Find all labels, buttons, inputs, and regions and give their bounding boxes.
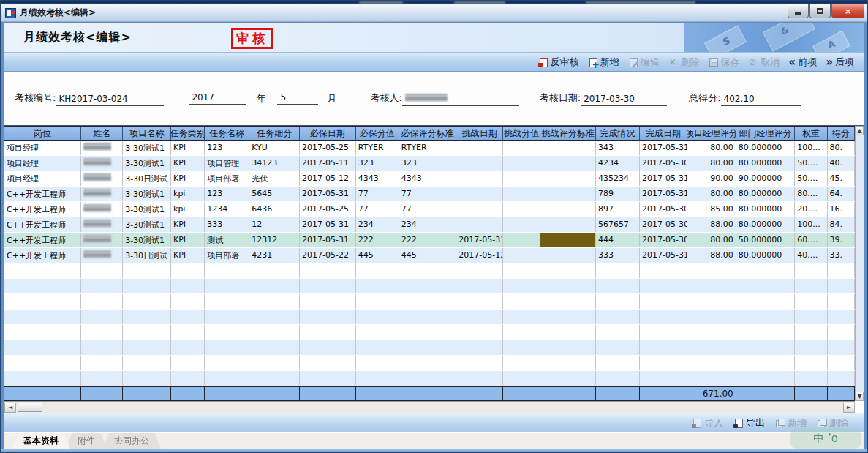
cell-部门经理评分[interactable]: 80.000000 [736, 248, 796, 263]
cell-姓名[interactable] [81, 156, 123, 171]
cell-必保评分标准[interactable]: 445 [399, 248, 457, 263]
assess-date-field[interactable]: 2017-03-30 [581, 94, 667, 106]
cell-任务细分[interactable]: 5645 [249, 187, 300, 201]
minimize-button[interactable] [788, 4, 809, 18]
cell-任务名称[interactable]: 项目管理 [205, 156, 249, 171]
scroll-right-button[interactable]: ► [843, 403, 855, 413]
cell-完成情况[interactable]: 333 [596, 248, 640, 263]
column-header-项目名称[interactable]: 项目名称 [123, 127, 171, 141]
cell-必保评分标准[interactable]: RTYER [399, 141, 457, 155]
cell-任务名称[interactable]: 项目部署 [205, 171, 249, 186]
cell-完成日期[interactable]: 2017-05-30 [640, 233, 687, 247]
cell-挑战分值[interactable] [503, 156, 540, 171]
cell-得分[interactable]: 45. [828, 171, 855, 186]
cell-必保评分标准[interactable]: 77 [399, 202, 457, 217]
导出-button[interactable]: 导出 [730, 415, 769, 431]
新增-button[interactable]: 新增 [771, 415, 810, 431]
cell-项目经理评分[interactable]: 85.00 [687, 202, 736, 217]
cell-权重[interactable]: 20.... [795, 202, 827, 217]
vertical-scrollbar[interactable]: ▲ ▼ [855, 126, 864, 401]
maximize-button[interactable] [809, 4, 831, 18]
cell-岗位[interactable]: 项目经理 [4, 171, 81, 186]
cell-岗位[interactable]: C++开发工程师 [4, 202, 81, 217]
cell-完成日期[interactable]: 2017-05-30 [640, 156, 687, 171]
cell-部门经理评分[interactable]: 80.000000 [736, 187, 796, 201]
cell-完成情况[interactable]: 567657 [596, 217, 640, 232]
column-header-部门经理评分[interactable]: 部门经理评分 [736, 127, 796, 141]
cell-姓名[interactable] [81, 202, 123, 217]
cell-部门经理评分[interactable]: 80.000000 [736, 141, 796, 155]
table-row[interactable]: 项目经理3-30测试1KPI123KYU2017-05-25RTYERRTYER… [4, 141, 855, 156]
cell-挑战分值[interactable] [503, 217, 540, 232]
cell-挑战日期[interactable]: 2017-05-31 [456, 233, 503, 247]
cell-完成情况[interactable]: 897 [596, 202, 640, 217]
cell-完成日期[interactable]: 2017-05-31 [640, 141, 687, 155]
column-header-必保分值[interactable]: 必保分值 [356, 127, 399, 141]
scroll-left-button[interactable]: ◄ [4, 403, 16, 413]
cell-权重[interactable]: 50.... [795, 156, 827, 171]
cell-挑战分值[interactable] [503, 171, 540, 186]
保存-button[interactable]: 保存 [705, 54, 744, 70]
cell-挑战分值[interactable] [503, 141, 540, 155]
cell-完成日期[interactable]: 2017-05-31 [640, 187, 687, 201]
cell-必保分值[interactable]: 323 [356, 156, 399, 171]
cell-任务类别[interactable]: KPI [171, 233, 205, 247]
column-header-完成情况[interactable]: 完成情况 [596, 127, 640, 141]
导入-button[interactable]: 导入 [688, 415, 727, 431]
cell-必保评分标准[interactable]: 222 [399, 233, 457, 247]
table-row[interactable]: C++开发工程师3-30测试1KPI333122017-05-312342345… [4, 217, 855, 233]
后项-button[interactable]: »后项 [822, 54, 858, 70]
cell-必保分值[interactable]: 77 [356, 202, 399, 217]
cell-挑战分值[interactable] [503, 202, 540, 217]
cell-部门经理评分[interactable]: 50.000000 [736, 233, 796, 247]
cell-项目经理评分[interactable]: 90.00 [687, 171, 736, 186]
cell-任务名称[interactable]: 项目部署 [205, 248, 249, 263]
cell-挑战日期[interactable]: 2017-05-12 [456, 248, 503, 263]
assessor-field[interactable] [402, 94, 519, 106]
cell-得分[interactable]: 33. [828, 248, 855, 263]
cell-任务名称[interactable]: 333 [205, 217, 249, 232]
cell-完成情况[interactable]: 435234 [596, 171, 640, 186]
scroll-up-button[interactable]: ▲ [856, 126, 864, 135]
column-header-任务名称[interactable]: 任务名称 [205, 127, 249, 141]
删除-button[interactable]: 删除 [665, 54, 703, 70]
cell-挑战日期[interactable] [456, 217, 503, 232]
column-header-权重[interactable]: 权重 [795, 127, 827, 141]
cell-必保分值[interactable]: 222 [356, 233, 399, 247]
column-header-姓名[interactable]: 姓名 [81, 127, 123, 141]
cell-项目经理评分[interactable]: 88.00 [687, 248, 736, 263]
cell-项目经理评分[interactable]: 80.00 [687, 156, 736, 171]
cell-必保日期[interactable]: 2017-05-25 [300, 141, 356, 155]
cell-权重[interactable]: 80.... [795, 187, 827, 201]
cell-姓名[interactable] [81, 233, 123, 247]
cell-任务细分[interactable]: 光伏 [249, 171, 300, 186]
cell-任务类别[interactable]: kpi [171, 187, 205, 201]
column-header-挑战日期[interactable]: 挑战日期 [456, 127, 503, 141]
cell-项目名称[interactable]: 3-30测试1 [123, 233, 171, 247]
cell-权重[interactable]: 50.... [795, 171, 827, 186]
cell-挑战日期[interactable] [456, 202, 503, 217]
cell-任务类别[interactable]: kpi [171, 202, 205, 217]
horizontal-scrollbar[interactable]: ◄ ► [4, 401, 855, 413]
cell-得分[interactable]: 64. [828, 187, 855, 201]
cell-姓名[interactable] [81, 248, 123, 263]
cell-挑战评分标准[interactable] [540, 202, 596, 217]
cell-挑战评分标准[interactable] [540, 187, 596, 201]
cell-挑战日期[interactable] [456, 187, 503, 201]
cell-必保日期[interactable]: 2017-05-31 [300, 187, 356, 201]
cell-得分[interactable]: 84. [828, 217, 855, 232]
column-header-完成日期[interactable]: 完成日期 [640, 127, 687, 141]
cell-任务类别[interactable]: KPI [171, 217, 205, 232]
cell-挑战日期[interactable] [456, 171, 503, 186]
cell-项目经理评分[interactable]: 80.00 [687, 141, 736, 155]
tab-协同办公[interactable]: 协同办公 [102, 433, 161, 449]
cell-完成日期[interactable]: 2017-05-30 [640, 202, 687, 217]
cell-完成情况[interactable]: 4234 [596, 156, 640, 171]
cell-任务名称[interactable]: 123 [205, 141, 249, 155]
cell-项目名称[interactable]: 3-30测试1 [123, 202, 171, 217]
cell-必保日期[interactable]: 2017-05-25 [300, 202, 356, 217]
cell-挑战分值[interactable] [503, 248, 540, 263]
cell-部门经理评分[interactable]: 80.000000 [736, 217, 796, 232]
table-row[interactable]: C++开发工程师3-30测试1KPI测试123122017-05-3122222… [4, 233, 855, 248]
cell-任务细分[interactable]: 4231 [249, 248, 300, 263]
